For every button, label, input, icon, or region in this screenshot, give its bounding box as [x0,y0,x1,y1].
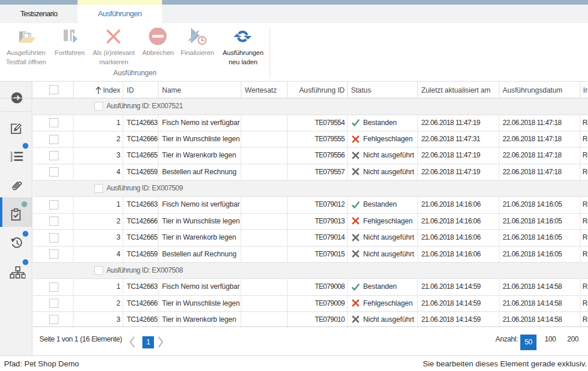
svg-text:3: 3 [10,158,13,161]
